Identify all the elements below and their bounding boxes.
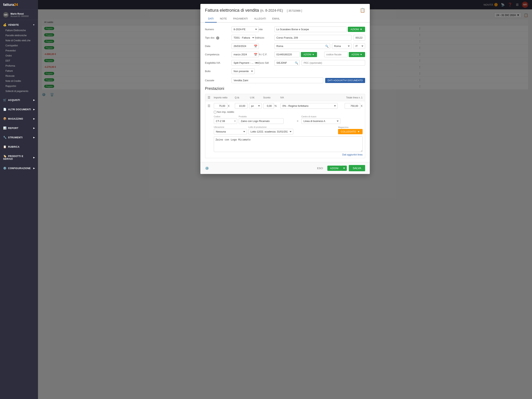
acquisti-arrow: ▶ [33, 99, 35, 101]
cliente-azioni-btn[interactable]: AZIONI ▼ [348, 27, 365, 32]
piva-azioni-btn[interactable]: AZIONI ▼ [301, 52, 317, 57]
iva-select[interactable]: 0% - Regime forfettario [280, 103, 338, 109]
numero-select[interactable]: 8-2024-FE [232, 26, 259, 32]
nav-strumenti: 🔧STRUMENTI ▶ [0, 133, 38, 142]
competenza-label: Competenza [205, 52, 228, 56]
piva-input[interactable] [274, 52, 300, 57]
paese-select[interactable]: IT [354, 43, 365, 49]
prestazioni-section: Prestazioni ☰ Importo netto Q.tà U.M. Sc… [205, 86, 365, 158]
tab-allegati[interactable]: ALLEGATI [251, 15, 269, 23]
nav-acquisti-header[interactable]: 🛒ACQUISTI ▶ [0, 97, 38, 103]
nav-note-credito[interactable]: Note di Credito [0, 78, 38, 84]
tab-pagamenti[interactable]: PAGAMENTI [230, 15, 251, 23]
competenza-calendar-icon[interactable]: 📅 [254, 53, 257, 56]
nav-ricevute[interactable]: Ricevute [0, 73, 38, 78]
importo-netto-input[interactable] [214, 103, 228, 109]
esci-btn[interactable]: ESCI [315, 166, 325, 171]
nav-solleciti[interactable]: Solleciti di pagamento [0, 89, 38, 94]
tipo-doc-select[interactable]: TD01 - Fattura [232, 35, 256, 40]
magazzino-label: Magazzino [338, 126, 362, 129]
prest-line3: Ubicazione Nessuna Lotto di produzione L… [214, 126, 363, 135]
ubicazione-label: Ubicazione [214, 126, 247, 128]
azioni-chevron-btn[interactable]: ▼ [341, 166, 347, 171]
footer-right: ESCI AZIONI ▼ SALVA [315, 165, 365, 171]
collegato-btn[interactable]: COLLEGATO ▼ [338, 129, 362, 134]
header-totale: Totale linea n. 1 [341, 96, 363, 99]
nav-altri-doc-header[interactable]: 📄ALTRI DOCUMENTI ▶ [0, 106, 38, 112]
dati-aggiuntivi-linea-link[interactable]: Dati aggiuntivi linea [214, 153, 363, 156]
cliente-input[interactable] [274, 26, 347, 32]
nota-textarea[interactable]: Zaino con Logo Ricamato [214, 136, 363, 152]
non-imp-label: Non imp. reddito [217, 111, 234, 113]
configurazione-icon: ⚙️ [3, 167, 7, 170]
qty-input[interactable] [235, 103, 247, 109]
nav-fatture-elettroniche[interactable]: Fatture Elettroniche [0, 28, 38, 33]
centro-select[interactable]: Linea di business A [301, 118, 340, 124]
form-two-col: Numero 8-2024-FE Tipo doc i [205, 26, 365, 77]
importo-currency: € [228, 104, 230, 107]
codice-fiscale-input[interactable] [324, 52, 348, 57]
configurazione-arrow: ▶ [33, 167, 35, 169]
pec-input[interactable] [302, 60, 365, 66]
nav-parcelle-elettroniche[interactable]: Parcelle elettroniche [0, 33, 38, 38]
um-select[interactable]: pz [249, 103, 262, 109]
nav-magazzino-header[interactable]: 📦MAGAZZINO ▶ [0, 116, 38, 122]
tab-email[interactable]: EMAIL [269, 15, 283, 23]
sidebar: fattura24 MR Mario Rossi Account ID: 000… [0, 0, 38, 399]
cf-azioni-btn[interactable]: AZIONI ▼ [349, 52, 365, 57]
nav-strumenti-header[interactable]: 🔧STRUMENTI ▶ [0, 134, 38, 141]
nav-configurazione-header[interactable]: ⚙️CONFIGURAZIONE ▶ [0, 165, 38, 171]
prodotto-input[interactable] [239, 118, 284, 124]
nav-proforma[interactable]: Proforma [0, 63, 38, 68]
tipo-doc-label: Tipo doc i [205, 35, 228, 39]
nav-rapportini[interactable]: Rapportini [0, 84, 38, 89]
nav-vendite-header[interactable]: 💰VENDITE ▼ [0, 22, 38, 28]
nav-rubrica-header[interactable]: 📋RUBRICA [0, 144, 38, 150]
dati-aggiuntivi-btn[interactable]: DATI AGGIUNTIVI DOCUMENTO [325, 78, 365, 83]
archive-doc-icon[interactable]: 📋 [360, 8, 365, 13]
indirizzo-input[interactable] [274, 35, 351, 40]
bollo-select[interactable]: Non presente [232, 68, 255, 74]
magazzino-arrow: ▶ [33, 118, 35, 120]
causale-label: Causale [205, 77, 228, 82]
prodotto-clear-icon[interactable]: ✕ [297, 120, 299, 122]
prodotti-icon: 🏷️ [3, 154, 7, 158]
nav-altri-doc: 📄ALTRI DOCUMENTI ▶ [0, 105, 38, 114]
nav-fatture[interactable]: Fatture [0, 68, 38, 73]
numero-label: Numero [205, 26, 228, 31]
vendite-icon: 💰 [3, 23, 7, 26]
altri-doc-icon: 📄 [3, 108, 7, 111]
calendar-icon[interactable]: 📅 [254, 45, 257, 48]
sdi-search-icon[interactable]: 🔍 [295, 61, 298, 64]
prestazioni-table-header: ☰ Importo netto Q.tà U.M. Sconto IVA Tot… [205, 94, 365, 101]
nav-ordini[interactable]: Ordini [0, 53, 38, 58]
tipo-doc-info-icon[interactable]: i [216, 36, 219, 39]
citta-input[interactable] [274, 43, 330, 49]
codice-clear-icon[interactable]: ✕ [234, 120, 236, 122]
totale-linea-input[interactable] [345, 103, 360, 109]
nav-configurazione: ⚙️CONFIGURAZIONE ▶ [0, 163, 38, 173]
sconto-input[interactable] [263, 103, 274, 109]
tab-dati[interactable]: DATI [205, 15, 217, 23]
lotto-select[interactable]: Lotto 12/22. scadenza: 31/01/2023 [248, 129, 293, 135]
salva-btn[interactable]: SALVA [349, 165, 365, 171]
ubicazione-select[interactable]: Nessuna [214, 129, 247, 135]
citta-search-icon[interactable]: 🔍 [325, 45, 329, 48]
modal-doc-id: [ 35732988 ] [287, 9, 302, 12]
tab-note[interactable]: NOTE [217, 15, 230, 23]
provincia-select[interactable]: Roma [332, 43, 351, 49]
nav-corrispettivi[interactable]: Corrispettivi [0, 43, 38, 48]
codice-input[interactable] [214, 118, 237, 124]
prest-drag-icon: ☰ [208, 104, 212, 108]
nav-report-header[interactable]: 📊REPORT ▶ [0, 125, 38, 131]
non-imp-checkbox[interactable] [214, 111, 216, 113]
cap-input[interactable] [354, 35, 365, 40]
nav-note-credito-elett[interactable]: Note di Credito elett.che [0, 38, 38, 43]
azioni-main-btn[interactable]: AZIONI [327, 166, 341, 171]
nav-prodotti-header[interactable]: 🏷️PRODOTTI E SERVIZI ▶ [0, 153, 38, 162]
nav-preventivi[interactable]: Preventivi [0, 48, 38, 53]
drag-icon: ☰ [208, 96, 212, 99]
footer-settings-icon[interactable]: ⚙️ [205, 166, 209, 170]
causale-input[interactable] [232, 77, 323, 83]
nav-ddt[interactable]: DDT [0, 58, 38, 63]
